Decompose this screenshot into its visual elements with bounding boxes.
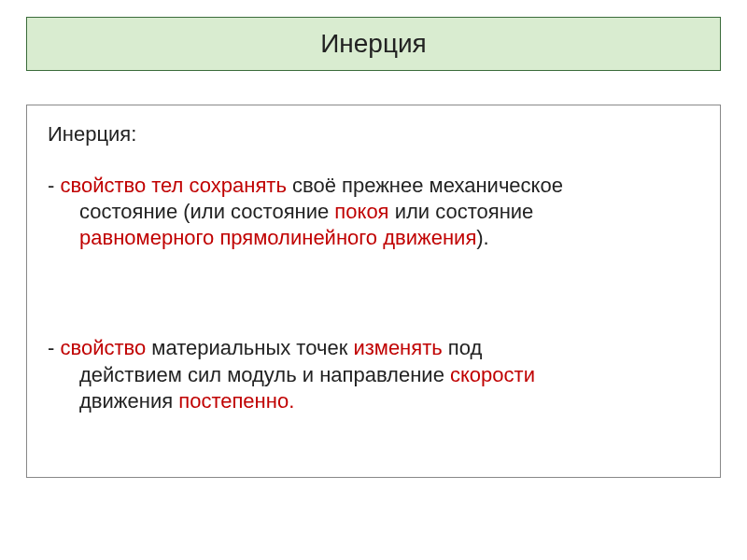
def1-red-1: свойство тел сохранять: [60, 174, 286, 197]
def1-lead: -: [48, 174, 60, 197]
def2-red-4: постепенно.: [178, 389, 294, 413]
def2-red-2: изменять: [353, 336, 442, 359]
def1-red-3: равномерного прямолинейного движения: [79, 226, 476, 249]
def1-red-2: покоя: [334, 200, 388, 223]
content-box: Инерция: - свойство тел сохранять своё п…: [26, 105, 721, 478]
def1-text-2: состояние (или состояние: [79, 200, 334, 223]
definition-2: - свойство материальных точек изменять п…: [48, 335, 699, 413]
title-box: Инерция: [26, 17, 721, 71]
definition-1: - свойство тел сохранять своё прежнее ме…: [48, 173, 699, 251]
def1-text-1: своё прежнее механическое: [287, 174, 563, 197]
slide-title: Инерция: [35, 29, 712, 59]
def2-text-1: материальных точек: [146, 336, 353, 359]
def2-text-3: действием сил модуль и направление: [79, 363, 450, 386]
def2-red-3: скорости: [450, 363, 535, 386]
def2-text-4: движения: [79, 389, 178, 413]
def1-text-4: ).: [476, 226, 488, 249]
def2-red-1: свойство: [60, 336, 146, 359]
def2-lead: -: [48, 336, 60, 359]
definition-heading: Инерция:: [48, 122, 699, 147]
def1-text-3: или состояние: [389, 200, 534, 223]
def2-text-2: под: [443, 336, 483, 359]
